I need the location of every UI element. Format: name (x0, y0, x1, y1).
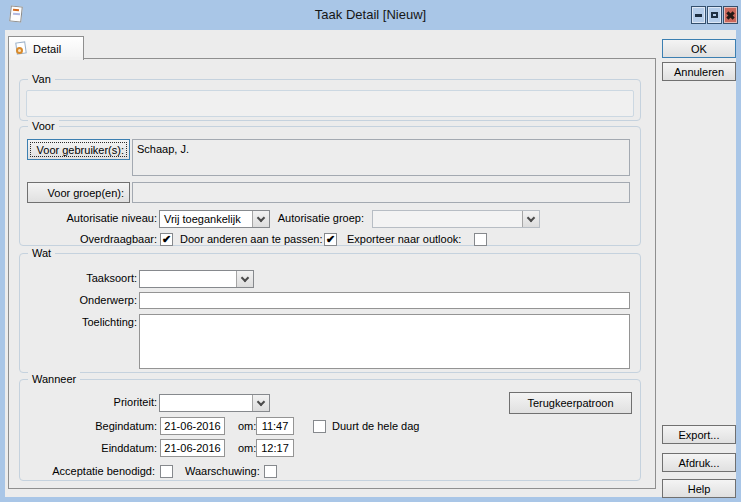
window-controls (691, 6, 738, 24)
eindtijd-input[interactable] (256, 439, 294, 457)
autorisatie-groep-combo[interactable] (372, 210, 540, 228)
exporteer-outlook-checkbox[interactable] (474, 233, 487, 246)
group-van: Van (19, 79, 641, 121)
group-wat: Wat Taaksoort: Onderwerp: Toelichting: (19, 253, 641, 373)
dialog-body: Detail Van Voor Voor gebruiker(s): Schaa… (5, 30, 736, 497)
autorisatie-niveau-combo[interactable]: Vrij toegankelijk (159, 210, 270, 228)
begindatum-label: Begindatum: (20, 418, 157, 435)
autorisatie-niveau-value: Vrij toegankelijk (160, 211, 252, 227)
door-anderen-label: Door anderen aan te passen: (180, 231, 323, 248)
group-wanneer: Wanneer Prioriteit: Terugkeerpatroon Beg… (19, 379, 641, 481)
help-button[interactable]: Help (662, 479, 736, 498)
onderwerp-input[interactable] (139, 292, 630, 309)
begindatum-input[interactable] (160, 417, 225, 435)
group-van-label: Van (28, 72, 55, 86)
voor-gebruikers-button[interactable]: Voor gebruiker(s): (27, 139, 130, 160)
begintijd-input[interactable] (256, 417, 294, 435)
maximize-icon (711, 12, 718, 18)
chevron-down-icon (257, 213, 265, 221)
toelichting-textarea[interactable] (139, 314, 630, 369)
prioriteit-combo[interactable] (159, 394, 270, 412)
prioriteit-dropdown-button[interactable] (252, 395, 269, 411)
autorisatie-groep-dropdown-button[interactable] (522, 211, 539, 227)
taaksoort-label: Taaksoort: (20, 270, 137, 287)
chevron-down-icon (257, 397, 265, 405)
group-voor: Voor Voor gebruiker(s): Schaap, J. Voor … (19, 126, 641, 246)
onderwerp-label: Onderwerp: (20, 292, 137, 309)
exporteer-outlook-label: Exporteer naar outlook: (347, 231, 461, 248)
acceptatie-benodigd-label: Acceptatie benodigd: (20, 463, 155, 480)
voor-gebruikers-field: Schaap, J. (132, 139, 630, 176)
chevron-down-icon (241, 273, 249, 281)
eind-om-label: om: (238, 440, 256, 457)
autorisatie-groep-label: Autorisatie groep: (275, 210, 364, 227)
van-field (26, 90, 634, 117)
einddatum-input[interactable] (160, 439, 225, 457)
detail-tab-icon (14, 41, 29, 56)
afdruk-button[interactable]: Afdruk... (662, 453, 736, 472)
einddatum-label: Einddatum: (20, 440, 157, 457)
close-button[interactable] (723, 6, 738, 24)
autorisatie-niveau-label: Autorisatie niveau: (20, 210, 157, 227)
taaksoort-combo[interactable] (139, 270, 254, 288)
annuleren-button[interactable]: Annuleren (662, 62, 736, 81)
chevron-down-icon (527, 213, 535, 221)
voor-groepen-field (132, 182, 630, 203)
group-voor-label: Voor (28, 119, 59, 133)
window-title: Taak Detail [Nieuw] (0, 7, 741, 22)
export-button[interactable]: Export... (662, 425, 736, 444)
title-bar: Taak Detail [Nieuw] (0, 0, 741, 30)
task-detail-dialog: Taak Detail [Nieuw] Detail Van (0, 0, 741, 502)
acceptatie-benodigd-checkbox[interactable] (160, 465, 173, 478)
minimize-icon (695, 14, 702, 17)
waarschuwing-label: Waarschuwing: (185, 463, 260, 480)
waarschuwing-checkbox[interactable] (264, 465, 277, 478)
duurt-hele-dag-checkbox[interactable] (313, 420, 326, 433)
tab-detail-label: Detail (33, 43, 61, 55)
terugkeerpatroon-button[interactable]: Terugkeerpatroon (509, 392, 632, 414)
voor-groepen-button[interactable]: Voor groep(en): (27, 182, 130, 203)
prioriteit-label: Prioriteit: (20, 394, 157, 411)
duurt-hele-dag-label: Duurt de hele dag (332, 418, 419, 435)
overdraagbaar-checkbox[interactable] (160, 233, 173, 246)
group-wanneer-label: Wanneer (28, 372, 80, 386)
group-wat-label: Wat (28, 246, 55, 260)
begin-om-label: om: (238, 418, 256, 435)
toelichting-label: Toelichting: (20, 314, 137, 331)
autorisatie-niveau-dropdown-button[interactable] (252, 211, 269, 227)
ok-button[interactable]: OK (662, 39, 736, 58)
detail-tab-page: Van Voor Voor gebruiker(s): Schaap, J. V… (8, 58, 656, 489)
taaksoort-dropdown-button[interactable] (236, 271, 253, 287)
maximize-button[interactable] (707, 6, 722, 24)
door-anderen-checkbox[interactable] (324, 233, 337, 246)
minimize-button[interactable] (691, 6, 706, 24)
close-icon (726, 11, 735, 20)
